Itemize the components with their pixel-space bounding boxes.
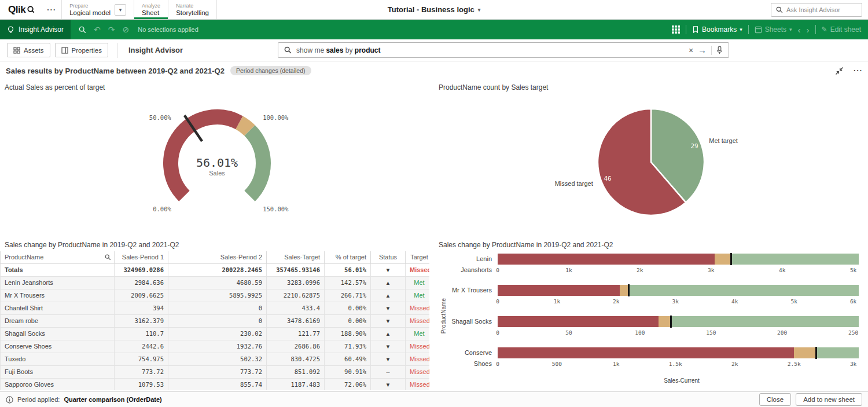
step-back-icon[interactable]: ↶ bbox=[94, 25, 101, 34]
table-row[interactable]: Lenin Jeanshorts2984.6364680.593283.0996… bbox=[1, 276, 430, 289]
clear-query-icon[interactable]: × bbox=[689, 46, 693, 54]
axis-tick-label: 3k bbox=[850, 361, 856, 367]
microphone-icon[interactable] bbox=[716, 46, 723, 54]
info-icon bbox=[6, 396, 13, 404]
bullet-bar[interactable] bbox=[498, 285, 859, 296]
smart-search-icon[interactable] bbox=[79, 26, 86, 34]
column-header-6[interactable]: Target bbox=[406, 251, 430, 263]
ask-insight-advisor-box[interactable] bbox=[771, 3, 862, 17]
bullet-row: Shagall Socks050100150200250 bbox=[448, 316, 863, 347]
table-cell: 3283.0996 bbox=[267, 276, 325, 289]
table-header-row: ProductNameSales-Period 1Sales-Period 2S… bbox=[1, 251, 430, 263]
column-header-5[interactable]: Status bbox=[371, 251, 406, 263]
nav-narrate[interactable]: Narrate Storytelling bbox=[168, 0, 216, 19]
table-cell: Missed bbox=[406, 365, 430, 378]
ask-insight-advisor-input[interactable] bbox=[786, 6, 857, 13]
period-applied-info: Period applied: Quarter comparison (Orde… bbox=[6, 396, 162, 404]
close-button[interactable]: Close bbox=[759, 393, 791, 406]
gauge-value: 56.01% bbox=[196, 156, 238, 170]
column-header-4[interactable]: % of target bbox=[325, 251, 371, 263]
table-cell: 855.74 bbox=[168, 378, 267, 390]
target-marker bbox=[670, 316, 672, 328]
query-text[interactable]: show me sales by product bbox=[296, 46, 684, 54]
nav-prepare[interactable]: Prepare Logical model ▾ bbox=[62, 0, 134, 19]
search-icon bbox=[284, 46, 292, 54]
segment-near-target bbox=[794, 347, 816, 358]
previous-sheet-icon[interactable]: ‹ bbox=[798, 25, 801, 34]
submit-query-icon[interactable]: → bbox=[698, 46, 707, 54]
bullet-rows: Lenin Jeanshorts01k2k3k4k5kMr X Trousers… bbox=[448, 254, 863, 379]
table-cell[interactable]: Shagall Socks bbox=[1, 327, 115, 340]
table-row[interactable]: Mr X Trousers2009.66255895.99252210.6287… bbox=[1, 289, 430, 302]
bullet-plot: 05001k1.5k2k2.5k3k bbox=[498, 347, 859, 379]
table-row[interactable]: Chantell Shirt3940433.40.00%▼Missed bbox=[1, 302, 430, 314]
properties-button[interactable]: Properties bbox=[55, 43, 108, 57]
table-cell: ▼ bbox=[371, 263, 406, 276]
bookmarks-menu[interactable]: Bookmarks ▾ bbox=[692, 25, 742, 34]
step-forward-icon[interactable]: ↷ bbox=[108, 25, 115, 34]
table-cell[interactable]: Chantell Shirt bbox=[1, 302, 115, 314]
table-cell[interactable]: Mr X Trousers bbox=[1, 289, 115, 302]
prepare-dropdown-button[interactable]: ▾ bbox=[115, 4, 126, 16]
table-cell[interactable]: Lenin Jeanshorts bbox=[1, 276, 115, 289]
table-row[interactable]: Dream robe3162.37903478.61690.00%▼Missed bbox=[1, 314, 430, 327]
table-row[interactable]: Sapporoo Gloves1079.53855.741187.48372.0… bbox=[1, 378, 430, 390]
clear-selections-icon[interactable]: ⊘ bbox=[123, 25, 130, 34]
collapse-icon[interactable] bbox=[835, 67, 844, 75]
insight-advisor-button[interactable]: Insight Advisor bbox=[0, 20, 71, 39]
table-cell[interactable]: Fuji Boots bbox=[1, 365, 115, 378]
column-header-1[interactable]: Sales-Period 1 bbox=[115, 251, 168, 263]
edit-sheet-button[interactable]: ✎ Edit sheet bbox=[822, 25, 861, 34]
gauge-chart[interactable]: 0.00%50.00%100.00%150.00%56.01%Sales bbox=[113, 93, 321, 229]
bullet-bar[interactable] bbox=[498, 316, 859, 327]
table-cell: 3162.379 bbox=[115, 314, 168, 327]
column-header-2[interactable]: Sales-Period 2 bbox=[168, 251, 267, 263]
next-sheet-icon[interactable]: › bbox=[807, 25, 810, 34]
table-cell[interactable]: Dream robe bbox=[1, 314, 115, 327]
gauge-axis-label: 100.00% bbox=[263, 114, 289, 121]
gauge-axis-label: 150.00% bbox=[263, 206, 289, 212]
table-cell: Missed bbox=[406, 314, 430, 327]
panel-title: Insight Advisor bbox=[120, 46, 191, 54]
pie-chart[interactable]: 29Met target46Missed target bbox=[512, 93, 790, 233]
more-options-icon[interactable]: ⋯ bbox=[853, 66, 862, 75]
qlik-logo[interactable]: Qlik bbox=[0, 0, 41, 19]
table-cell: 851.092 bbox=[267, 365, 325, 378]
column-search-icon[interactable] bbox=[105, 254, 111, 261]
app-overview-icon[interactable] bbox=[672, 25, 680, 34]
segment-below-target bbox=[498, 316, 659, 327]
table-cell[interactable]: Conserve Shoes bbox=[1, 340, 115, 353]
bullet-axis: 01k2k3k4k5k6k bbox=[498, 298, 859, 305]
table-cell: 4680.59 bbox=[168, 276, 267, 289]
add-to-new-sheet-button[interactable]: Add to new sheet bbox=[796, 393, 862, 406]
pie-chart-panel: ProductName count by Sales target 29Met … bbox=[434, 80, 868, 237]
global-menu-button[interactable]: ⋯ bbox=[41, 0, 61, 19]
no-selections-label: No selections applied bbox=[138, 26, 198, 33]
table-row[interactable]: Totals324969.0286200228.2465357465.93146… bbox=[1, 263, 430, 276]
axis-tick-label: 0 bbox=[496, 329, 499, 336]
table-cell: 56.01% bbox=[325, 263, 371, 276]
divider bbox=[711, 46, 712, 55]
assets-button[interactable]: Assets bbox=[7, 43, 50, 57]
divider bbox=[117, 43, 118, 58]
table-cell: ▼ bbox=[371, 340, 406, 353]
sheets-menu[interactable]: Sheets ▾ bbox=[755, 25, 792, 34]
table-cell[interactable]: Sapporoo Gloves bbox=[1, 378, 115, 390]
table-cell: 754.975 bbox=[115, 353, 168, 365]
table-cell: -- bbox=[371, 365, 406, 378]
toolbar-right: Bookmarks ▾ Sheets ▾ ‹ › ✎ Edit sheet bbox=[672, 20, 868, 39]
bullet-bar[interactable] bbox=[498, 254, 859, 265]
table-row[interactable]: Tuxedo754.975502.32830.472560.49%▼Missed bbox=[1, 353, 430, 365]
column-header-0[interactable]: ProductName bbox=[1, 251, 115, 263]
insight-advisor-search[interactable]: show me sales by product × → bbox=[278, 42, 729, 58]
table-cell[interactable]: Tuxedo bbox=[1, 353, 115, 365]
nav-analyze[interactable]: Analyze Sheet bbox=[134, 0, 168, 19]
table-row[interactable]: Fuji Boots773.72773.72851.09290.91%--Mis… bbox=[1, 365, 430, 378]
table-row[interactable]: Shagall Socks110.7230.02121.77188.90%▲Me… bbox=[1, 327, 430, 340]
table-row[interactable]: Conserve Shoes2442.61932.762686.8671.93%… bbox=[1, 340, 430, 353]
axis-tick-label: 3k bbox=[672, 298, 679, 305]
table-cell[interactable]: Totals bbox=[1, 263, 115, 276]
column-header-3[interactable]: Sales-Target bbox=[267, 251, 325, 263]
bullet-bar[interactable] bbox=[498, 347, 859, 358]
app-title[interactable]: Tutorial - Business logic ▾ bbox=[388, 0, 481, 19]
